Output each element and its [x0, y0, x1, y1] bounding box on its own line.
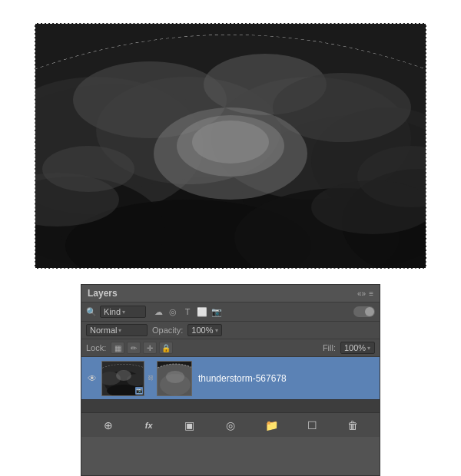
add-mask-button[interactable]: ▣ — [182, 418, 197, 433]
lock-row: Lock: ▦ ✏ ✛ 🔒 Fill: 100% ▾ — [81, 339, 380, 357]
lock-label: Lock: — [86, 343, 106, 352]
fill-control[interactable]: 100% ▾ — [340, 342, 375, 354]
lock-transparent-button[interactable]: ▦ — [111, 342, 124, 354]
lock-icons: ▦ ✏ ✛ 🔒 — [111, 342, 173, 354]
kind-value: Kind — [104, 307, 121, 316]
opacity-value-text: 100% — [191, 326, 213, 335]
opacity-label: Opacity: — [152, 326, 183, 335]
layer-item[interactable]: 👁 — [81, 357, 380, 400]
link-layers-button[interactable]: ⊕ — [101, 418, 116, 433]
fx-icon: fx — [145, 421, 153, 430]
blend-mode-row: Normal ▾ Opacity: 100% ▾ — [81, 322, 380, 339]
layer-effects-button[interactable]: fx — [141, 418, 157, 433]
type-filter-icon[interactable]: T — [181, 306, 194, 318]
layers-panel: Layers «» ≡ 🔍 Kind ▾ ☁ ◎ T ⬜ 📷 Normal ▾ … — [81, 284, 380, 476]
filter-search-icon: 🔍 — [86, 307, 97, 317]
svg-point-28 — [116, 370, 131, 381]
shape-filter-icon[interactable]: ⬜ — [196, 306, 208, 318]
link-icon: ⊕ — [104, 419, 113, 431]
svg-point-20 — [42, 146, 134, 192]
blend-mode-dropdown[interactable]: Normal ▾ — [86, 324, 148, 336]
new-layer-button[interactable]: ☐ — [304, 418, 320, 433]
svg-point-14 — [192, 121, 269, 164]
panel-controls: «» ≡ — [357, 289, 373, 298]
layer-visibility-toggle[interactable]: 👁 — [86, 372, 98, 385]
kind-dropdown-arrow: ▾ — [122, 309, 125, 316]
opacity-arrow: ▾ — [215, 327, 218, 334]
mask-icon: ▣ — [184, 419, 194, 431]
fill-value-text: 100% — [344, 343, 366, 352]
canvas-image — [35, 23, 426, 269]
new-adjustment-layer-button[interactable]: ◎ — [223, 418, 238, 433]
svg-point-32 — [166, 371, 184, 383]
filter-toggle-dot — [365, 307, 374, 316]
new-layer-icon: ☐ — [307, 419, 317, 431]
pixel-filter-icon[interactable]: ☁ — [152, 306, 164, 318]
kind-dropdown[interactable]: Kind ▾ — [100, 306, 146, 318]
canvas-area — [0, 0, 461, 284]
delete-layer-button[interactable]: 🗑 — [345, 418, 360, 433]
adjustment-filter-icon[interactable]: ◎ — [167, 306, 179, 318]
panel-collapse-icon[interactable]: «» — [357, 289, 366, 298]
layer-thumbnail: 📷 — [101, 361, 144, 396]
folder-icon: 📁 — [265, 419, 278, 431]
layers-panel-title: Layers — [88, 288, 118, 299]
smart-filter-icon[interactable]: 📷 — [211, 306, 223, 318]
layer-mask-link-icon[interactable]: ⛓ — [146, 375, 155, 382]
new-group-button[interactable]: 📁 — [264, 418, 279, 433]
lock-move-button[interactable]: ✛ — [143, 342, 157, 354]
canvas-image-container — [35, 23, 426, 269]
blend-mode-arrow: ▾ — [118, 327, 121, 334]
opacity-control[interactable]: 100% ▾ — [187, 324, 222, 336]
link-chain-icon: ⛓ — [148, 375, 154, 382]
layer-name: thunderstorm-567678 — [195, 373, 375, 384]
smart-object-icon: 📷 — [136, 388, 143, 394]
cloud-svg — [35, 23, 426, 269]
eye-icon: 👁 — [88, 373, 97, 384]
filter-toggle[interactable] — [353, 306, 375, 317]
trash-icon: 🗑 — [347, 419, 358, 431]
filter-icons: ☁ ◎ T ⬜ 📷 — [152, 306, 223, 318]
panel-menu-button[interactable]: ≡ — [369, 289, 373, 298]
layer-thumbnails: 📷 ⛓ — [101, 361, 192, 396]
mask-thumb-svg — [158, 362, 192, 396]
fill-arrow: ▾ — [367, 345, 370, 352]
lock-all-button[interactable]: 🔒 — [159, 342, 173, 354]
layer-mask-thumbnail — [157, 361, 192, 396]
layers-panel-header: Layers «» ≡ — [81, 285, 380, 302]
layers-toolbar: ⊕ fx ▣ ◎ 📁 ☐ 🗑 — [81, 412, 380, 437]
layers-list: 👁 — [81, 357, 380, 412]
adjustment-icon: ◎ — [226, 419, 235, 431]
blend-mode-value: Normal — [90, 326, 117, 335]
lock-paint-button[interactable]: ✏ — [127, 342, 141, 354]
fill-label: Fill: — [323, 343, 336, 352]
filter-row: 🔍 Kind ▾ ☁ ◎ T ⬜ 📷 — [81, 302, 380, 322]
